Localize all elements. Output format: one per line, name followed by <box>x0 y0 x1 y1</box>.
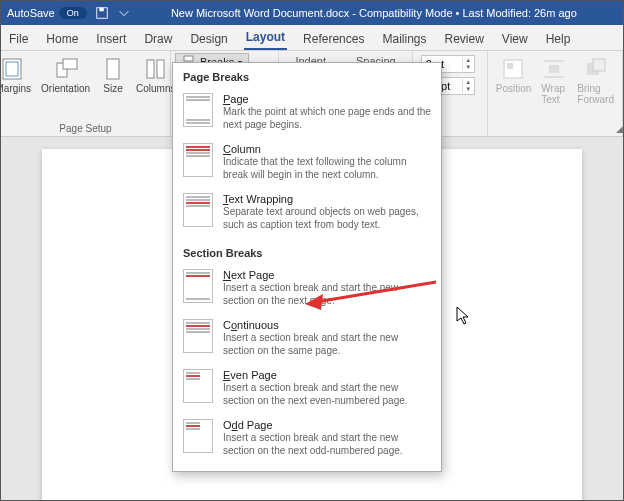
continuous-title: Continuous <box>223 319 431 331</box>
svg-rect-5 <box>63 59 77 69</box>
position-icon <box>501 57 527 81</box>
wrap-text-icon <box>541 57 567 81</box>
spinner-icon[interactable]: ▲▼ <box>462 57 474 71</box>
tab-draw[interactable]: Draw <box>142 28 174 50</box>
wrap-text-button: Wrap Text <box>539 55 569 107</box>
svg-rect-13 <box>549 65 559 73</box>
save-icon[interactable] <box>95 6 109 20</box>
oddpage-title: Odd Page <box>223 419 431 431</box>
tab-layout[interactable]: Layout <box>244 26 287 50</box>
column-title: Column <box>223 143 431 155</box>
tab-home[interactable]: Home <box>44 28 80 50</box>
page-setup-label: Page Setup <box>7 123 164 134</box>
mouse-cursor-icon <box>456 306 470 326</box>
break-page[interactable]: PPageageMark the point at which one page… <box>173 89 441 139</box>
autosave-toggle[interactable]: AutoSave On <box>7 7 87 19</box>
next-page-break-icon <box>183 269 213 303</box>
tab-design[interactable]: Design <box>188 28 229 50</box>
margins-label: Margins <box>0 83 31 94</box>
svg-rect-9 <box>184 56 193 61</box>
continuous-desc: Insert a section break and start the new… <box>223 331 431 357</box>
page-breaks-header: Page Breaks <box>173 63 441 89</box>
tab-file[interactable]: File <box>7 28 30 50</box>
group-page-setup: Margins Orientation Size Columns Page Se… <box>1 51 171 136</box>
break-odd-page[interactable]: Odd PageInsert a section break and start… <box>173 415 441 465</box>
svg-rect-7 <box>147 60 154 78</box>
tab-review[interactable]: Review <box>442 28 485 50</box>
break-column[interactable]: ColumnIndicate that the text following t… <box>173 139 441 189</box>
ribbon-tabs: File Home Insert Draw Design Layout Refe… <box>1 25 623 51</box>
tab-help[interactable]: Help <box>544 28 573 50</box>
svg-rect-12 <box>507 63 513 69</box>
continuous-break-icon <box>183 319 213 353</box>
spinner-icon[interactable]: ▲▼ <box>462 79 474 93</box>
autosave-pill: On <box>59 7 87 19</box>
bring-forward-button: Bring Forward <box>575 55 616 107</box>
orientation-label: Orientation <box>41 83 90 94</box>
bring-forward-icon <box>583 57 609 81</box>
position-button: Position <box>494 55 534 107</box>
evenpage-title: Even Page <box>223 369 431 381</box>
dialog-launcher-icon[interactable]: ◢ <box>616 124 623 134</box>
break-even-page[interactable]: Even PageInsert a section break and star… <box>173 365 441 415</box>
tab-insert[interactable]: Insert <box>94 28 128 50</box>
chevron-down-icon[interactable] <box>117 6 131 20</box>
size-label: Size <box>103 83 122 94</box>
textwrap-desc: Separate text around objects on web page… <box>223 205 431 231</box>
annotation-arrow <box>301 276 441 316</box>
position-label: Position <box>496 83 532 94</box>
orientation-icon <box>53 57 79 81</box>
svg-rect-17 <box>593 59 605 71</box>
svg-line-18 <box>316 282 436 302</box>
document-title: New Microsoft Word Document.docx - Compa… <box>131 7 617 19</box>
even-page-break-icon <box>183 369 213 403</box>
tab-mailings[interactable]: Mailings <box>380 28 428 50</box>
size-button[interactable]: Size <box>98 55 128 96</box>
autosave-label: AutoSave <box>7 7 55 19</box>
odd-page-break-icon <box>183 419 213 453</box>
tab-view[interactable]: View <box>500 28 530 50</box>
title-bar: AutoSave On New Microsoft Word Document.… <box>1 1 623 25</box>
size-icon <box>100 57 126 81</box>
svg-rect-8 <box>157 60 164 78</box>
orientation-button[interactable]: Orientation <box>39 55 92 96</box>
svg-rect-1 <box>99 8 103 12</box>
break-text-wrapping[interactable]: Text WrappingSeparate text around object… <box>173 189 441 239</box>
oddpage-desc: Insert a section break and start the new… <box>223 431 431 457</box>
evenpage-desc: Insert a section break and start the new… <box>223 381 431 407</box>
svg-rect-6 <box>107 59 119 79</box>
svg-marker-19 <box>305 294 323 310</box>
columns-label: Columns <box>136 83 175 94</box>
columns-icon <box>143 57 169 81</box>
page-break-desc: Mark the point at which one page ends an… <box>223 105 431 131</box>
section-breaks-header: Section Breaks <box>173 239 441 265</box>
text-wrap-break-icon <box>183 193 213 227</box>
group-arrange: Position Wrap Text Bring Forward <box>487 51 623 136</box>
tab-references[interactable]: References <box>301 28 366 50</box>
bring-forward-label: Bring Forward <box>577 83 614 105</box>
column-desc: Indicate that the text following the col… <box>223 155 431 181</box>
column-break-icon <box>183 143 213 177</box>
margins-button[interactable]: Margins <box>0 55 33 96</box>
page-break-icon <box>183 93 213 127</box>
margins-icon <box>0 57 26 81</box>
textwrap-title: Text Wrapping <box>223 193 431 205</box>
wrap-text-label: Wrap Text <box>541 83 567 105</box>
break-continuous[interactable]: ContinuousInsert a section break and sta… <box>173 315 441 365</box>
breaks-dropdown: Page Breaks PPageageMark the point at wh… <box>172 62 442 472</box>
